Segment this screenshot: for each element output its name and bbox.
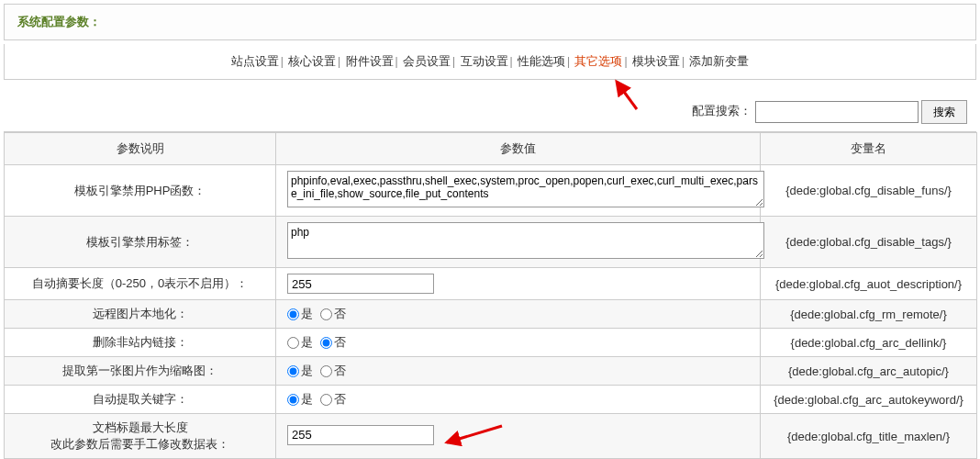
radio-yes-label[interactable]: 是 <box>287 392 313 406</box>
search-label: 配置搜索： <box>692 104 752 118</box>
table-row: 模板引擎禁用标签：{dede:global.cfg_disable_tags/} <box>5 217 977 268</box>
radio-no[interactable] <box>320 337 332 349</box>
col-desc: 参数说明 <box>5 133 276 165</box>
param-value-cell <box>276 268 761 300</box>
param-value-cell: 是否 <box>276 329 761 357</box>
param-value-cell <box>276 217 761 268</box>
page-title: 系统配置参数： <box>17 15 101 28</box>
search-button[interactable]: 搜索 <box>921 100 967 124</box>
param-textarea[interactable] <box>287 171 764 207</box>
radio-yes[interactable] <box>287 365 299 377</box>
param-value-cell <box>276 165 761 217</box>
radio-no[interactable] <box>320 365 332 377</box>
param-desc: 远程图片本地化： <box>5 300 276 329</box>
radio-yes-label[interactable]: 是 <box>287 307 313 320</box>
param-var: {dede:global.cfg_rm_remote/} <box>761 300 977 329</box>
param-var: {dede:global.cfg_arc_autokeyword/} <box>761 386 977 414</box>
param-desc: 删除非站内链接： <box>5 329 276 357</box>
radio-no[interactable] <box>320 308 332 320</box>
param-value-cell: 是否 <box>276 386 761 414</box>
table-row: 自动摘要长度（0-250，0表示不启用）：{dede:global.cfg_au… <box>5 268 977 300</box>
svg-line-1 <box>447 426 502 442</box>
table-row: 自动提取关键字：是否{dede:global.cfg_arc_autokeywo… <box>5 386 977 414</box>
param-var: {dede:global.cfg_auot_description/} <box>761 268 977 300</box>
radio-yes[interactable] <box>287 308 299 320</box>
param-value-cell: 是否 <box>276 357 761 386</box>
tab-module[interactable]: 模块设置 <box>632 54 680 68</box>
table-row: 远程图片本地化：是否{dede:global.cfg_rm_remote/} <box>5 300 977 329</box>
param-var: {dede:global.cfg_disable_tags/} <box>761 217 977 268</box>
radio-no-label[interactable]: 否 <box>320 364 346 377</box>
param-value-cell: 是否 <box>276 300 761 329</box>
param-desc: 模板引擎禁用标签： <box>5 217 276 268</box>
search-input[interactable] <box>755 101 919 123</box>
table-row: 提取第一张图片作为缩略图：是否{dede:global.cfg_arc_auto… <box>5 357 977 386</box>
param-textarea[interactable] <box>287 222 764 259</box>
radio-yes[interactable] <box>287 337 299 349</box>
tab-interact[interactable]: 互动设置 <box>461 54 508 68</box>
col-value: 参数值 <box>276 133 761 165</box>
tab-site[interactable]: 站点设置 <box>231 54 279 68</box>
param-var: {dede:global.cfg_arc_autopic/} <box>761 357 977 386</box>
param-text-input[interactable] <box>287 274 434 294</box>
table-row: 模板引擎禁用PHP函数：{dede:global.cfg_disable_fun… <box>5 165 977 217</box>
radio-no[interactable] <box>320 394 332 406</box>
param-desc: 提取第一张图片作为缩略图： <box>5 357 276 386</box>
table-row: 文档标题最大长度改此参数后需要手工修改数据表：{dede:global.cfg_… <box>5 414 977 459</box>
param-var: {dede:global.cfg_disable_funs/} <box>761 165 977 217</box>
param-var: {dede:global.cfg_title_maxlen/} <box>761 414 977 459</box>
param-text-input[interactable] <box>287 425 434 445</box>
tab-addvar[interactable]: 添加新变量 <box>689 54 749 68</box>
tab-core[interactable]: 核心设置 <box>288 54 336 68</box>
param-value-cell <box>276 414 761 459</box>
col-var: 变量名 <box>761 133 977 165</box>
tab-attach[interactable]: 附件设置 <box>346 54 394 68</box>
radio-no-label[interactable]: 否 <box>320 307 346 320</box>
tab-other[interactable]: 其它选项 <box>574 54 622 68</box>
param-desc: 自动提取关键字： <box>5 386 276 414</box>
param-desc: 文档标题最大长度改此参数后需要手工修改数据表： <box>5 414 276 459</box>
radio-no-label[interactable]: 否 <box>320 392 346 406</box>
radio-yes[interactable] <box>287 394 299 406</box>
tab-perf[interactable]: 性能选项 <box>518 54 565 68</box>
config-table: 参数说明 参数值 变量名 模板引擎禁用PHP函数：{dede:global.cf… <box>4 132 977 459</box>
tabs-row: 站点设置| 核心设置| 附件设置| 会员设置| 互动设置| 性能选项| 其它选项… <box>4 44 976 80</box>
table-row: 删除非站内链接：是否{dede:global.cfg_arc_dellink/} <box>5 329 977 357</box>
annotation-arrow-icon <box>441 424 506 448</box>
radio-yes-label[interactable]: 是 <box>287 364 313 377</box>
search-row: 配置搜索： 搜索 <box>4 93 976 132</box>
param-desc: 模板引擎禁用PHP函数： <box>5 165 276 217</box>
param-desc: 自动摘要长度（0-250，0表示不启用）： <box>5 268 276 300</box>
header-bar: 系统配置参数： <box>4 4 976 40</box>
param-var: {dede:global.cfg_arc_dellink/} <box>761 329 977 357</box>
radio-no-label[interactable]: 否 <box>320 335 346 349</box>
radio-yes-label[interactable]: 是 <box>287 335 313 349</box>
tab-member[interactable]: 会员设置 <box>403 54 451 68</box>
